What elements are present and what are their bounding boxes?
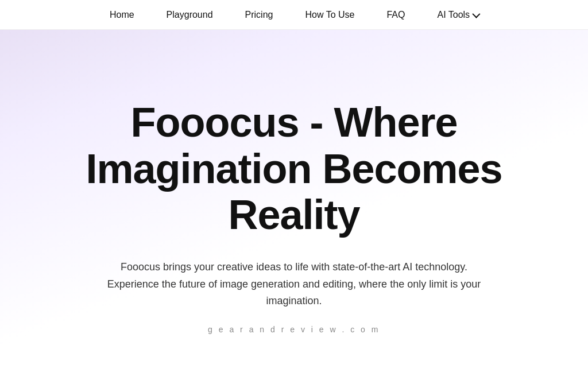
nav-item-ai-tools[interactable]: AI Tools bbox=[421, 0, 494, 30]
hero-description: Fooocus brings your creative ideas to li… bbox=[99, 259, 489, 310]
nav-item-home[interactable]: Home bbox=[94, 0, 150, 30]
nav-item-faq[interactable]: FAQ bbox=[370, 0, 421, 30]
nav-item-pricing[interactable]: Pricing bbox=[229, 0, 289, 30]
hero-section: Fooocus - Where Imagination Becomes Real… bbox=[0, 30, 588, 392]
hero-title: Fooocus - Where Imagination Becomes Real… bbox=[64, 99, 524, 238]
hero-watermark: g e a r a n d r e v i e w . c o m bbox=[208, 325, 380, 334]
chevron-down-icon bbox=[472, 10, 480, 18]
main-nav: Home Playground Pricing How To Use FAQ A… bbox=[0, 0, 588, 30]
nav-item-how-to-use[interactable]: How To Use bbox=[289, 0, 370, 30]
nav-list: Home Playground Pricing How To Use FAQ A… bbox=[94, 0, 494, 30]
nav-item-playground[interactable]: Playground bbox=[150, 0, 229, 30]
nav-item-ai-tools-label: AI Tools bbox=[437, 10, 470, 20]
